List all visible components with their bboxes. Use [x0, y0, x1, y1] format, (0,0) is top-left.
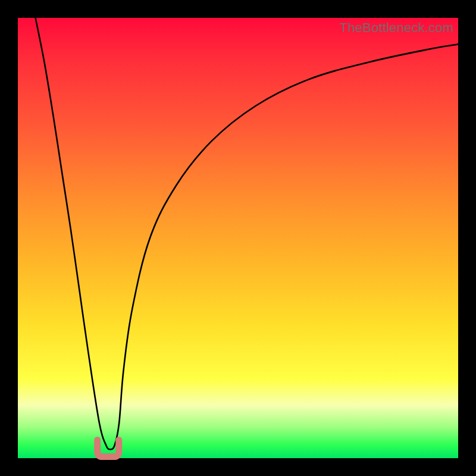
watermark-label: TheBottleneck.com	[339, 20, 453, 36]
plot-area: TheBottleneck.com	[18, 18, 458, 458]
chart-frame: TheBottleneck.com	[18, 18, 458, 458]
curve-svg-layer	[18, 18, 458, 458]
bottleneck-curve	[36, 18, 458, 449]
